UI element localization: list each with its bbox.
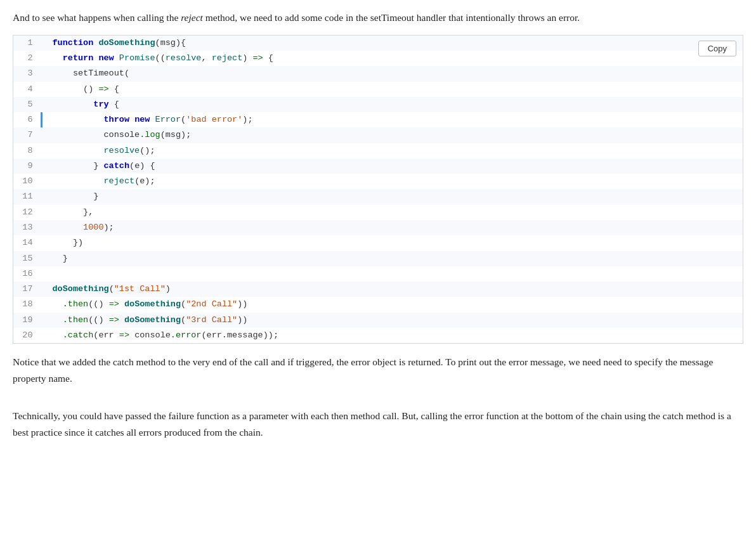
table-row: 8 resolve(); [13, 143, 743, 159]
line-number: 8 [13, 143, 41, 159]
line-code: () => { [41, 82, 743, 97]
table-row: 15 } [13, 251, 743, 266]
table-row: 2 return new Promise((resolve, reject) =… [13, 51, 743, 66]
line-number: 12 [13, 205, 41, 220]
line-code: throw new Error('bad error'); [41, 112, 743, 127]
line-code: } [41, 251, 743, 266]
line-number: 14 [13, 235, 41, 250]
line-code [41, 266, 743, 282]
line-code: doSomething("1st Call") [41, 282, 743, 297]
line-number: 6 [13, 112, 41, 127]
code-block: Copy 1function doSomething(msg){2 return… [13, 35, 743, 344]
line-number: 17 [13, 282, 41, 297]
table-row: 4 () => { [13, 82, 743, 97]
line-number: 20 [13, 328, 41, 343]
page-wrapper: And to see what happens when calling the… [0, 0, 756, 455]
table-row: 1function doSomething(msg){ [13, 36, 743, 51]
line-number: 2 [13, 51, 41, 66]
line-code: try { [41, 97, 743, 112]
copy-button[interactable]: Copy [698, 41, 736, 56]
table-row: 12 }, [13, 205, 743, 220]
line-number: 5 [13, 97, 41, 112]
line-code: .then(() => doSomething("3rd Call")) [41, 313, 743, 328]
line-number: 15 [13, 251, 41, 266]
line-number: 4 [13, 82, 41, 97]
line-number: 19 [13, 313, 41, 328]
line-code: console.log(msg); [41, 127, 743, 143]
line-number: 10 [13, 174, 41, 189]
line-code: }) [41, 235, 743, 250]
code-table: 1function doSomething(msg){2 return new … [13, 36, 743, 343]
line-code: return new Promise((resolve, reject) => … [41, 51, 743, 66]
line-number: 18 [13, 297, 41, 312]
line-code: reject(e); [41, 174, 743, 189]
table-row: 14 }) [13, 235, 743, 250]
table-row: 19 .then(() => doSomething("3rd Call")) [13, 313, 743, 328]
table-row: 13 1000); [13, 220, 743, 235]
table-row: 20 .catch(err => console.error(err.messa… [13, 328, 743, 343]
line-number: 1 [13, 36, 41, 51]
table-row: 18 .then(() => doSomething("2nd Call")) [13, 297, 743, 312]
line-code: } catch(e) { [41, 159, 743, 174]
line-code: function doSomething(msg){ [41, 36, 743, 51]
technical-paragraph: Technically, you could have passed the f… [13, 408, 743, 440]
table-row: 17doSomething("1st Call") [13, 282, 743, 297]
line-number: 13 [13, 220, 41, 235]
line-code: setTimeout( [41, 66, 743, 81]
table-row: 9 } catch(e) { [13, 159, 743, 174]
line-number: 9 [13, 159, 41, 174]
line-code: resolve(); [41, 143, 743, 159]
notice-paragraph: Notice that we added the catch method to… [13, 354, 743, 386]
table-row: 16 [13, 266, 743, 282]
line-number: 11 [13, 189, 41, 204]
line-code: }, [41, 205, 743, 220]
intro-paragraph: And to see what happens when calling the… [13, 10, 743, 26]
line-code: .catch(err => console.error(err.message)… [41, 328, 743, 343]
table-row: 10 reject(e); [13, 174, 743, 189]
line-code: 1000); [41, 220, 743, 235]
table-row: 6 throw new Error('bad error'); [13, 112, 743, 127]
line-number: 7 [13, 127, 41, 143]
table-row: 11 } [13, 189, 743, 204]
table-row: 5 try { [13, 97, 743, 112]
line-number: 3 [13, 66, 41, 81]
table-row: 3 setTimeout( [13, 66, 743, 81]
line-number: 16 [13, 266, 41, 282]
table-row: 7 console.log(msg); [13, 127, 743, 143]
line-code: .then(() => doSomething("2nd Call")) [41, 297, 743, 312]
line-code: } [41, 189, 743, 204]
